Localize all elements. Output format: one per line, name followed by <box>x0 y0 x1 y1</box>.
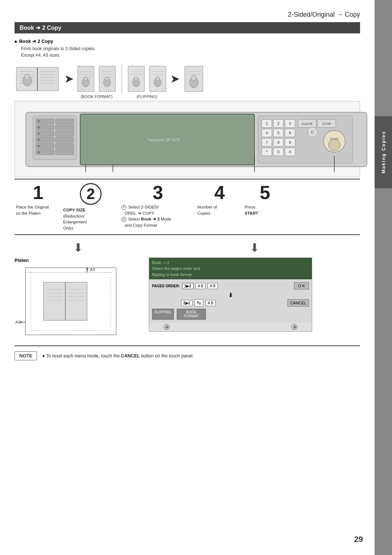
svg-text:Panasonic DP-1670: Panasonic DP-1670 <box>148 138 180 142</box>
btn-ab-2[interactable]: A B <box>208 283 218 289</box>
subsection-title: Book ➜ 2 Copy <box>19 39 53 44</box>
down-arrow-container-1: ⬇ <box>15 241 142 255</box>
flipping-button[interactable]: FLIPPING <box>152 309 174 320</box>
svg-text:8: 8 <box>277 140 279 145</box>
section-divider <box>15 345 360 346</box>
svg-point-52 <box>38 133 40 135</box>
cancel-button[interactable]: CANCEL <box>287 299 309 307</box>
note-label: NOTE <box>15 351 37 360</box>
svg-rect-61 <box>56 150 74 155</box>
pages-order-row-2: 2▶1 AB A B CANCEL <box>152 299 309 307</box>
svg-text:2: 2 <box>277 121 279 126</box>
svg-point-54 <box>38 145 40 147</box>
svg-text:1: 1 <box>266 121 268 126</box>
subsection-header: Book ➜ 2 Copy <box>15 39 360 44</box>
note-text: ● To reset each menu mode, touch the CAN… <box>42 351 193 360</box>
flipping-label: (FLIPPING) <box>136 94 157 99</box>
svg-text:CLEAR: CLEAR <box>302 122 313 126</box>
screen-panel: Book -> 2 Select the pages order and fli… <box>149 258 312 332</box>
svg-text:C: C <box>311 130 314 134</box>
svg-text:3: 3 <box>289 121 291 126</box>
svg-text:7: 7 <box>266 140 268 145</box>
btn-ab-overlay[interactable]: AB <box>195 299 203 307</box>
section-title-bar: Book ➜ 2 Copy <box>15 22 360 33</box>
step-4-desc: Number ofCopies <box>197 204 242 216</box>
screen-section: ⬇ Book -> 2 Select the pages order and f… <box>149 241 360 340</box>
svg-point-50 <box>38 120 40 122</box>
screen-header: Book -> 2 Select the pages order and fli… <box>149 258 312 280</box>
svg-text:9: 9 <box>289 140 291 145</box>
section-title: Book ➜ 2 Copy <box>20 24 61 31</box>
platen-diagram-svg: A3 A3 <box>15 266 123 339</box>
down-arrow-1: ⬇ <box>73 241 83 255</box>
btn-2plus1[interactable]: 2▶1 <box>181 300 192 306</box>
svg-point-51 <box>38 126 40 129</box>
btn-ab-1[interactable]: A B <box>196 283 206 289</box>
page-left-icon <box>76 64 96 93</box>
flow-final-part <box>182 64 205 93</box>
circle-numbers-row: ② ③ <box>149 323 312 331</box>
flow-arrow-2: ➤ <box>168 64 182 93</box>
svg-rect-57 <box>56 125 74 130</box>
svg-text:4: 4 <box>266 131 268 135</box>
step-2-desc: COPY SIZE (Reduction/ Enlargement Only) <box>63 207 118 231</box>
bottom-buttons-row: FLIPPING BOOK FORMAT <box>152 309 309 320</box>
screen-body: PAGES ORDER: 1▶2 A B A B O K ⬇ 2▶1 <box>149 279 312 323</box>
platen-section: ⬇ Platen <box>15 241 142 340</box>
svg-point-41 <box>191 75 197 81</box>
book-format-button[interactable]: BOOK FORMAT <box>177 309 206 320</box>
svg-point-36 <box>155 77 160 81</box>
pages-order-row: PAGES ORDER: 1▶2 A B A B O K <box>152 282 309 289</box>
step-4-number: 4 <box>215 183 225 202</box>
step-5-number: 5 <box>260 183 270 202</box>
book-open-icon <box>15 64 62 93</box>
svg-text:STOP: STOP <box>322 122 331 126</box>
pages-order-label: PAGES ORDER: <box>152 284 180 288</box>
circle-3: ③ <box>291 324 297 330</box>
btn-1plus2[interactable]: 1▶2 <box>182 283 193 289</box>
step-5-desc: PressSTART <box>245 204 285 216</box>
making-copies-label: Making Copies <box>381 131 386 174</box>
flow-diagram: ➤ <box>15 64 360 99</box>
subsection-desc: From book originals to 2-Sided copies. E… <box>21 45 360 58</box>
btn-ab-3[interactable]: A B <box>205 300 216 306</box>
step-2: 2 COPY SIZE (Reduction/ Enlargement Only… <box>62 183 120 231</box>
svg-point-55 <box>38 151 40 153</box>
down-arrow-2: ⬇ <box>250 241 260 255</box>
svg-point-26 <box>105 77 109 81</box>
screen-arrow-down: ⬇ <box>152 292 309 299</box>
page-title: 2-Sided/Original → Copy <box>288 11 360 18</box>
flow-divider <box>122 64 122 93</box>
step-1-desc: Place the Originalon the Platen <box>16 204 60 216</box>
step-3: 3 ① Select 2-SIDED/ ORIG. ➜ COPY ② Selec… <box>120 183 196 228</box>
flip-page-left-icon <box>126 64 146 93</box>
flow-arrow-1: ➤ <box>62 64 76 93</box>
output-page-icon <box>182 64 205 93</box>
svg-rect-1 <box>37 67 58 91</box>
flipping-images <box>126 64 168 93</box>
svg-point-53 <box>38 139 40 141</box>
down-arrow-container-2: ⬇ <box>149 241 360 255</box>
page-right-icon <box>97 64 117 93</box>
step-3-number: 3 <box>153 183 163 202</box>
svg-text:0: 0 <box>277 150 279 154</box>
step-5: 5 PressSTART <box>243 183 287 216</box>
side-tab: Making Copies <box>375 0 392 555</box>
lower-section: ⬇ Platen <box>15 241 360 340</box>
ok-button[interactable]: O K <box>294 282 309 289</box>
copier-container: Panasonic DP-1670 1 2 3 4 5 6 7 8 9 * <box>15 101 360 177</box>
svg-point-95 <box>328 139 340 151</box>
book-format-label: (BOOK FORMAT) <box>81 94 113 99</box>
svg-text:A3: A3 <box>90 267 95 272</box>
page-number: 29 <box>354 535 363 544</box>
steps-row: 1 Place the Originalon the Platen 2 COPY… <box>15 179 360 235</box>
step-3-desc: ① Select 2-SIDED/ ORIG. ➜ COPY ② Select … <box>121 204 195 228</box>
svg-point-14 <box>24 74 30 80</box>
step-2-number: 2 <box>80 183 102 205</box>
copier-machine-svg: Panasonic DP-1670 1 2 3 4 5 6 7 8 9 * <box>19 105 378 172</box>
platen-label: Platen <box>15 258 142 263</box>
svg-rect-59 <box>56 137 74 142</box>
page-header: 2-Sided/Original → Copy <box>15 11 360 19</box>
step-4: 4 Number ofCopies <box>196 183 243 216</box>
step-1: 1 Place the Originalon the Platen <box>15 183 62 216</box>
